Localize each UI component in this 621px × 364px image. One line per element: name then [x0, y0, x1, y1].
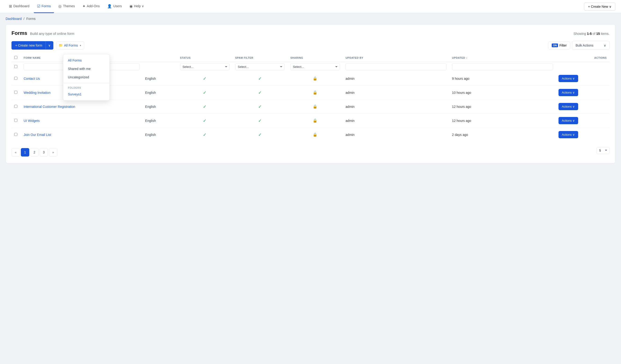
- row-status-cell: ✓: [177, 86, 232, 100]
- addons-icon: ✦: [82, 4, 86, 8]
- top-navigation: ⊞ Dashboard ☑ Forms ◎ Themes ✦ Add-Ons 👤…: [0, 0, 621, 13]
- pagination-page-3[interactable]: 3: [40, 148, 48, 156]
- filter-label: Filter: [559, 44, 567, 47]
- spam-check: ✓: [258, 76, 262, 81]
- row-spam-cell: ✓: [232, 100, 288, 114]
- row-updated-cell: 9 hours ago: [449, 72, 556, 86]
- create-form-dropdown-button[interactable]: ∨: [46, 41, 53, 50]
- filter-actions-cell: [556, 62, 609, 72]
- row-spam-cell: ✓: [232, 86, 288, 100]
- filter-language-cell: [142, 62, 177, 72]
- page-size: 5 10 25: [597, 147, 609, 154]
- filter-status-cell: Select...: [177, 62, 232, 72]
- row-language-cell: English: [142, 72, 177, 86]
- form-name-link-1[interactable]: Contact Us: [24, 77, 40, 81]
- dropdown-item-uncategorized[interactable]: Uncategorized: [63, 73, 110, 82]
- filter-button[interactable]: ON Filter: [548, 41, 570, 49]
- row-checkbox-cell: [12, 128, 21, 142]
- forms-subtitle: Build any type of online form: [30, 32, 74, 35]
- filter-row-checkbox[interactable]: [14, 65, 17, 68]
- nav-item-addons[interactable]: ✦ Add-Ons: [79, 0, 103, 13]
- form-name-link-4[interactable]: UI Widgets: [24, 119, 40, 123]
- nav-label-dashboard: Dashboard: [13, 4, 30, 8]
- pagination-next[interactable]: »: [49, 148, 57, 156]
- page-title: Forms: [12, 30, 27, 36]
- form-name-link-5[interactable]: Join Our Email List: [24, 133, 51, 137]
- create-form-button[interactable]: + Create new form: [12, 41, 46, 50]
- nav-label-addons: Add-Ons: [87, 4, 100, 8]
- nav-item-forms[interactable]: ☑ Forms: [34, 0, 54, 13]
- row-sharing-cell: 🔒: [287, 114, 343, 128]
- status-check: ✓: [203, 90, 207, 95]
- filter-spam-select[interactable]: Select...: [235, 63, 285, 70]
- status-check: ✓: [203, 132, 207, 137]
- bulk-actions-button[interactable]: Bulk Actions ∨: [572, 41, 609, 50]
- breadcrumb-separator: /: [24, 17, 25, 21]
- table-row: International Customer Registration Engl…: [12, 100, 609, 114]
- breadcrumb-current: Forms: [26, 17, 35, 21]
- breadcrumb-home[interactable]: Dashboard: [6, 17, 22, 21]
- row-spam-cell: ✓: [232, 114, 288, 128]
- row-form-name-cell: UI Widgets: [21, 114, 142, 128]
- filter-toggle: ON Filter Bulk Actions ∨: [548, 41, 609, 50]
- actions-button-2[interactable]: Actions ∨: [558, 89, 578, 96]
- table-row: UI Widgets English ✓ ✓ 🔒 admin 12 hours …: [12, 114, 609, 128]
- forms-count: Showing 1-5 of 15 items.: [573, 32, 609, 35]
- dashboard-icon: ⊞: [9, 4, 12, 8]
- create-form-label: + Create new form: [15, 44, 42, 47]
- filter-on-badge: ON: [552, 44, 558, 47]
- form-name-link-2[interactable]: Wedding Invitation: [24, 91, 51, 95]
- row-updated-cell: 12 hours ago: [449, 100, 556, 114]
- row-updated-by-cell: admin: [343, 86, 449, 100]
- filter-status-select[interactable]: Select...: [180, 63, 230, 70]
- row-updated-by-cell: admin: [343, 72, 449, 86]
- row-checkbox-2[interactable]: [14, 91, 17, 94]
- pagination-page-2[interactable]: 2: [30, 148, 39, 156]
- pagination-page-1[interactable]: 1: [21, 148, 29, 156]
- th-updated-by: UPDATED BY: [343, 54, 449, 62]
- count-range: 1-5: [587, 32, 591, 35]
- th-actions: ACTIONS: [556, 54, 609, 62]
- spam-check: ✓: [258, 118, 262, 123]
- filter-updated-by-input[interactable]: [345, 63, 446, 70]
- row-checkbox-5[interactable]: [14, 133, 17, 136]
- nav-item-themes[interactable]: ◎ Themes: [55, 0, 78, 13]
- status-check: ✓: [203, 104, 207, 109]
- row-checkbox-4[interactable]: [14, 119, 17, 122]
- nav-item-dashboard[interactable]: ⊞ Dashboard: [6, 0, 33, 13]
- actions-button-1[interactable]: Actions ∨: [558, 75, 578, 82]
- form-name-link-3[interactable]: International Customer Registration: [24, 105, 75, 109]
- row-actions-cell: Actions ∨: [556, 128, 609, 142]
- nav-label-themes: Themes: [63, 4, 75, 8]
- breadcrumb: Dashboard / Forms: [0, 13, 621, 24]
- actions-button-5[interactable]: Actions ∨: [558, 131, 578, 138]
- th-checkbox: [12, 54, 21, 62]
- users-icon: 👤: [107, 4, 112, 8]
- dropdown-folder-surveys1[interactable]: Surveys1: [63, 90, 110, 99]
- actions-button-3[interactable]: Actions ∨: [558, 103, 578, 110]
- row-sharing-cell: 🔒: [287, 100, 343, 114]
- dropdown-item-all-forms[interactable]: All Forms: [63, 56, 110, 65]
- pagination-prev[interactable]: «: [12, 148, 20, 156]
- nav-item-help[interactable]: ◉ Help ∨: [126, 0, 147, 13]
- row-spam-cell: ✓: [232, 72, 288, 86]
- topnav-right: + Create New ∨: [584, 2, 615, 11]
- create-new-button[interactable]: + Create New ∨: [584, 2, 615, 11]
- select-all-checkbox[interactable]: [14, 56, 17, 59]
- row-updated-cell: 12 hours ago: [449, 114, 556, 128]
- dropdown-item-shared[interactable]: Shared with me: [63, 65, 110, 73]
- all-forms-label: All Forms: [64, 44, 78, 47]
- row-checkbox-1[interactable]: [14, 77, 17, 80]
- filter-updated-input[interactable]: [452, 63, 553, 70]
- th-updated[interactable]: UPDATED ↕: [449, 54, 556, 62]
- row-actions-cell: Actions ∨: [556, 114, 609, 128]
- folder-filter-button[interactable]: 📁 All Forms ▼: [56, 41, 84, 49]
- filter-sharing-select[interactable]: Select...: [290, 63, 340, 70]
- actions-button-4[interactable]: Actions ∨: [558, 117, 578, 124]
- page-size-select[interactable]: 5 10 25: [597, 147, 609, 154]
- nav-item-users[interactable]: 👤 Users: [104, 0, 125, 13]
- row-checkbox-3[interactable]: [14, 105, 17, 108]
- themes-icon: ◎: [58, 4, 62, 8]
- row-checkbox-cell: [12, 100, 21, 114]
- count-total: 15: [596, 32, 600, 35]
